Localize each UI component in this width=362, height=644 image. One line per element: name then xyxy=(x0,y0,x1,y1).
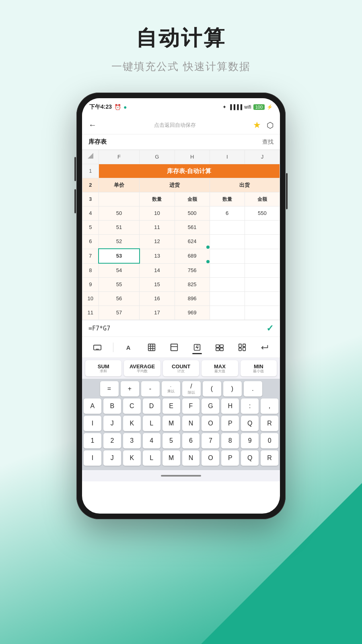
key-multiply[interactable]: ·乘以 xyxy=(162,381,180,396)
cell-F5[interactable]: 51 xyxy=(99,221,140,235)
key-2[interactable]: 2 xyxy=(103,433,121,448)
key-R[interactable]: R xyxy=(261,416,278,431)
key-D[interactable]: D xyxy=(143,398,160,414)
cell-F6[interactable]: 52 xyxy=(99,235,140,249)
key-M[interactable]: M xyxy=(162,416,180,431)
key-plus[interactable]: + xyxy=(121,381,139,396)
cell-G6[interactable]: 12 xyxy=(140,235,175,249)
cell-J4[interactable]: 550 xyxy=(245,206,280,221)
cell-I10[interactable] xyxy=(210,292,245,306)
key-dot[interactable]: . xyxy=(244,381,262,396)
key-M2[interactable]: M xyxy=(162,450,180,466)
key-colon[interactable]: : xyxy=(241,398,259,414)
cell-G8[interactable]: 14 xyxy=(140,263,175,278)
cell-I4[interactable]: 6 xyxy=(210,206,245,221)
cell-H6[interactable]: 624 xyxy=(175,235,210,249)
key-G[interactable]: G xyxy=(202,398,219,414)
key-6[interactable]: 6 xyxy=(182,433,200,448)
table-format-button[interactable] xyxy=(145,343,158,352)
key-4[interactable]: 4 xyxy=(143,433,160,448)
cell-H9[interactable]: 825 xyxy=(175,278,210,292)
cell-G9[interactable]: 15 xyxy=(140,278,175,292)
cell-G7[interactable]: 13 xyxy=(140,249,175,263)
formula-confirm-button[interactable]: ✓ xyxy=(266,323,274,334)
key-B[interactable]: B xyxy=(103,398,121,414)
average-button[interactable]: AVERAGE 平均数 xyxy=(124,360,160,376)
sum-button[interactable]: SUM 求和 xyxy=(85,360,121,376)
cell-H5[interactable]: 561 xyxy=(175,221,210,235)
count-button[interactable]: COUNT 计次 xyxy=(163,360,199,376)
key-L[interactable]: L xyxy=(143,416,160,431)
key-P2[interactable]: P xyxy=(221,450,239,466)
key-minus[interactable]: - xyxy=(141,381,160,396)
key-7[interactable]: 7 xyxy=(202,433,219,448)
drag-handle-bottom[interactable] xyxy=(206,260,210,263)
cell-I7[interactable] xyxy=(210,249,245,263)
share-icon[interactable]: ⬡ xyxy=(267,120,274,130)
cell-J6[interactable] xyxy=(245,235,280,249)
key-lparen[interactable]: ( xyxy=(203,381,221,396)
key-I2[interactable]: I xyxy=(84,450,101,466)
key-O2[interactable]: O xyxy=(202,450,219,466)
cell-F10[interactable]: 56 xyxy=(99,292,140,306)
key-I[interactable]: I xyxy=(84,416,101,431)
formula-text[interactable]: =F7*G7 xyxy=(88,325,110,332)
more-options-button[interactable] xyxy=(235,343,249,352)
cell-F4[interactable]: 50 xyxy=(99,206,140,221)
key-R2[interactable]: R xyxy=(261,450,278,466)
key-A[interactable]: A xyxy=(84,398,101,414)
cell-H4[interactable]: 500 xyxy=(175,206,210,221)
cell-G11[interactable]: 17 xyxy=(140,306,175,320)
key-O[interactable]: O xyxy=(202,416,219,431)
text-format-button[interactable]: A xyxy=(122,343,136,352)
key-P[interactable]: P xyxy=(221,416,239,431)
key-equals[interactable]: = xyxy=(100,381,119,396)
cell-J8[interactable] xyxy=(245,263,280,278)
max-button[interactable]: MAX 最大值 xyxy=(202,360,238,376)
cell-I8[interactable] xyxy=(210,263,245,278)
cell-F8[interactable]: 54 xyxy=(99,263,140,278)
cell-H7[interactable]: 689 xyxy=(175,249,210,263)
key-C[interactable]: C xyxy=(123,398,141,414)
cell-H8[interactable]: 756 xyxy=(175,263,210,278)
cell-F9[interactable]: 55 xyxy=(99,278,140,292)
cell-I9[interactable] xyxy=(210,278,245,292)
favorite-icon[interactable]: ★ xyxy=(253,120,261,130)
cell-H11[interactable]: 969 xyxy=(175,306,210,320)
key-8[interactable]: 8 xyxy=(221,433,239,448)
cell-F7-selected[interactable]: 53 xyxy=(99,249,140,263)
key-1[interactable]: 1 xyxy=(84,433,101,448)
key-E[interactable]: E xyxy=(162,398,180,414)
enter-button[interactable] xyxy=(258,343,272,352)
cell-F11[interactable]: 57 xyxy=(99,306,140,320)
cell-J5[interactable] xyxy=(245,221,280,235)
cell-I5[interactable] xyxy=(210,221,245,235)
key-J[interactable]: J xyxy=(103,416,121,431)
key-Q2[interactable]: Q xyxy=(241,450,259,466)
key-N[interactable]: N xyxy=(182,416,200,431)
insert-row-button[interactable] xyxy=(213,343,226,352)
cell-J10[interactable] xyxy=(245,292,280,306)
key-divide[interactable]: /除以 xyxy=(182,381,201,396)
key-rparen[interactable]: ) xyxy=(223,381,242,396)
cell-I6[interactable] xyxy=(210,235,245,249)
key-5[interactable]: 5 xyxy=(162,433,180,448)
keyboard-toggle-button[interactable] xyxy=(90,343,104,352)
min-button[interactable]: MIN 最小值 xyxy=(241,360,277,376)
cell-J7[interactable] xyxy=(245,249,280,263)
key-3[interactable]: 3 xyxy=(123,433,141,448)
cell-format-button[interactable] xyxy=(167,343,181,352)
cell-G4[interactable]: 10 xyxy=(140,206,175,221)
cell-J11[interactable] xyxy=(245,306,280,320)
key-H[interactable]: H xyxy=(221,398,239,414)
key-9[interactable]: 9 xyxy=(241,433,259,448)
key-comma[interactable]: ， xyxy=(261,398,278,414)
function-button[interactable]: % xyxy=(190,343,204,352)
key-J2[interactable]: J xyxy=(103,450,121,466)
key-N2[interactable]: N xyxy=(182,450,200,466)
cell-J9[interactable] xyxy=(245,278,280,292)
key-0[interactable]: 0 xyxy=(261,433,278,448)
back-button[interactable]: ← xyxy=(88,120,97,130)
cell-I11[interactable] xyxy=(210,306,245,320)
find-button[interactable]: 查找 xyxy=(262,138,274,146)
